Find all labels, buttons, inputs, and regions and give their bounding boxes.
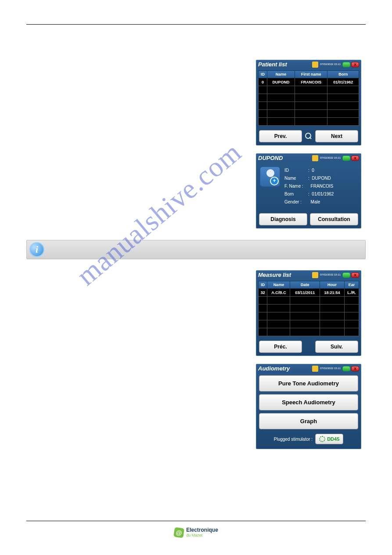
- sd-card-icon: [312, 62, 318, 68]
- col-name: Name: [267, 281, 290, 289]
- footer-logo: @ Electronique du Mazet: [174, 527, 218, 538]
- table-row[interactable]: [259, 312, 359, 320]
- col-date: Date: [290, 281, 320, 289]
- graph-button[interactable]: Graph: [259, 413, 358, 429]
- close-icon[interactable]: X: [351, 156, 359, 161]
- patient-detail-fields: ID: 0 Name: DUPOND F. Name : FRANCOIS Bo…: [284, 167, 334, 206]
- sd-card-icon: [312, 366, 318, 372]
- next-button[interactable]: Suiv.: [315, 341, 358, 353]
- plugged-stimulator-label: Plugged stimulator :: [274, 437, 313, 442]
- col-ear: Ear: [344, 281, 359, 289]
- logo-text: Electronique du Mazet: [186, 527, 218, 538]
- col-born: Born: [327, 71, 359, 78]
- table-row[interactable]: [259, 94, 359, 102]
- status-led-green-icon: [342, 366, 350, 371]
- top-rule: [26, 24, 366, 25]
- pure-tone-button[interactable]: Pure Tone Audiometry: [259, 375, 358, 392]
- speech-audiometry-button[interactable]: Speech Audiometry: [259, 394, 358, 410]
- audiometry-panel: Audiometry 07/02/2022 15:11 X Pure Tone …: [256, 364, 361, 449]
- patient-detail-panel: DUPOND 07/02/2022 15:11 X ID: 0 Name: DU…: [256, 153, 361, 229]
- bottom-rule: [26, 521, 366, 521]
- measure-list-panel: Measure list 07/02/2022 15:11 X ID Name …: [256, 270, 361, 356]
- prev-button[interactable]: Prev.: [259, 130, 302, 142]
- status-led-green-icon: [342, 272, 350, 278]
- table-row[interactable]: [259, 320, 359, 328]
- table-row[interactable]: [259, 118, 359, 126]
- sd-card-icon: [312, 155, 318, 161]
- diagnosis-button[interactable]: Diagnosis: [259, 213, 307, 225]
- header-time: 07/02/2022 15:11: [319, 63, 342, 66]
- prev-button[interactable]: Préc.: [259, 341, 302, 353]
- table-row[interactable]: [259, 328, 359, 336]
- audiometry-title: Audiometry: [258, 365, 290, 372]
- add-patient-icon[interactable]: [260, 167, 280, 187]
- close-icon[interactable]: X: [351, 62, 359, 67]
- info-callout: i: [26, 240, 366, 259]
- measure-list-title: Measure list: [258, 272, 291, 278]
- header-time: 07/02/2022 15:11: [319, 156, 342, 160]
- close-icon[interactable]: X: [351, 366, 359, 371]
- col-name: Name: [267, 71, 295, 78]
- col-hour: Hour: [320, 281, 345, 289]
- plugged-stimulator-value[interactable]: DD45: [315, 434, 343, 444]
- measure-list-table: ID Name Date Hour Ear 32 A.C/B.C 03/11/2…: [258, 281, 359, 336]
- status-led-green-icon: [342, 156, 350, 161]
- search-icon[interactable]: [305, 132, 313, 140]
- table-row[interactable]: 0 DUPOND FRANCOIS 01/01/1962: [259, 78, 359, 86]
- status-led-green-icon: [342, 62, 350, 67]
- table-row[interactable]: [259, 297, 359, 305]
- patient-list-table: ID Name First name Born 0 DUPOND FRANCOI…: [258, 70, 359, 126]
- table-row[interactable]: 32 A.C/B.C 03/11/2011 18:21:54 L./R.: [259, 289, 359, 297]
- close-icon[interactable]: X: [351, 272, 359, 278]
- info-icon: i: [29, 242, 44, 257]
- sd-card-icon: [312, 272, 318, 278]
- panel-header: Patient list 07/02/2022 15:11 X: [256, 60, 361, 69]
- table-row[interactable]: [259, 86, 359, 94]
- col-id: ID: [259, 281, 267, 289]
- patient-detail-title: DUPOND: [258, 155, 283, 161]
- logo-mark-icon: @: [173, 527, 184, 538]
- table-row[interactable]: [259, 305, 359, 312]
- table-row[interactable]: [259, 110, 359, 118]
- next-button[interactable]: Next: [315, 130, 358, 142]
- patient-list-panel: Patient list 07/02/2022 15:11 X ID Name …: [256, 60, 361, 145]
- header-time: 07/02/2022 15:11: [319, 367, 342, 370]
- patient-list-title: Patient list: [258, 61, 287, 68]
- col-id: ID: [259, 71, 267, 78]
- col-firstname: First name: [295, 71, 327, 78]
- consultation-button[interactable]: Consultation: [310, 213, 358, 225]
- header-time: 07/02/2022 15:11: [319, 273, 342, 276]
- table-row[interactable]: [259, 102, 359, 110]
- stimulator-icon: [319, 436, 325, 442]
